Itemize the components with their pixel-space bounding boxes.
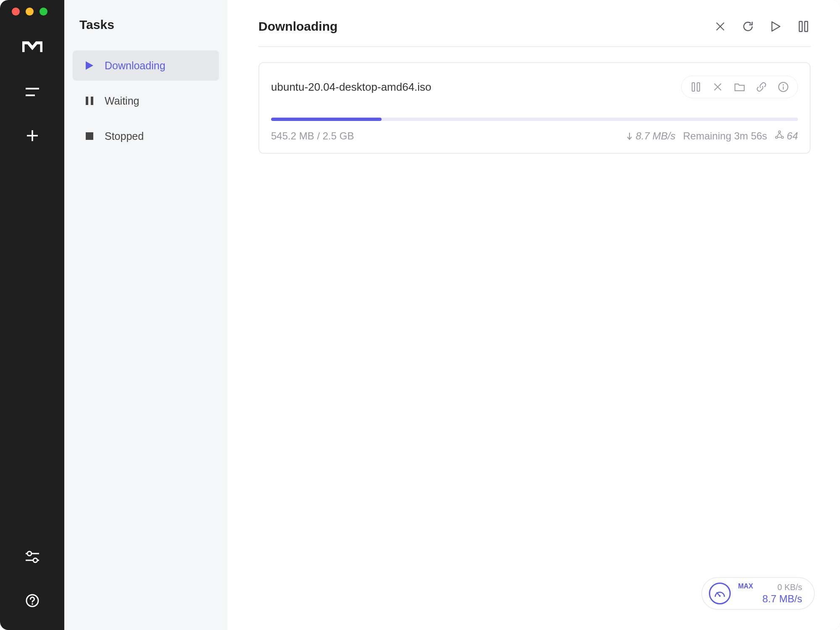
task-progress-bar <box>271 118 798 121</box>
close-icon <box>715 21 726 32</box>
svg-rect-18 <box>697 83 700 91</box>
speed-indicator[interactable]: MAX 0 KB/s 8.7 MB/s <box>701 577 815 610</box>
sidebar-item-label: Stopped <box>105 130 144 142</box>
pause-outline-icon <box>798 21 808 32</box>
svg-point-9 <box>32 603 33 605</box>
sidebar-item-waiting[interactable]: Waiting <box>73 86 219 116</box>
svg-line-29 <box>779 133 782 137</box>
help-icon <box>25 593 39 608</box>
sidebar-item-stopped[interactable]: Stopped <box>73 121 219 151</box>
folder-icon <box>734 82 745 92</box>
task-open-folder-button[interactable] <box>730 79 749 95</box>
speed-max-label: MAX <box>738 582 753 591</box>
sidebar: Tasks Downloading Waiting Stopped <box>64 0 227 630</box>
arrow-down-icon <box>626 132 633 140</box>
svg-point-5 <box>27 551 32 556</box>
rail-preferences-button[interactable] <box>22 547 42 567</box>
left-rail <box>0 0 64 630</box>
task-info-button[interactable] <box>774 79 793 95</box>
plus-icon <box>26 129 39 142</box>
main-header: Downloading <box>258 19 811 47</box>
resume-all-button[interactable] <box>769 19 783 34</box>
task-progress-text: 545.2 MB / 2.5 GB <box>271 130 354 142</box>
peers-icon <box>775 130 784 139</box>
info-icon <box>778 81 789 92</box>
svg-point-32 <box>719 595 721 597</box>
app-logo <box>21 35 44 58</box>
close-window-button[interactable] <box>12 8 20 16</box>
sidebar-item-label: Downloading <box>105 60 166 72</box>
rail-tasks-button[interactable] <box>22 82 42 102</box>
tasks-icon <box>25 86 40 98</box>
task-action-buttons <box>681 76 798 98</box>
page-title: Downloading <box>258 19 337 34</box>
task-filename: ubuntu-20.04-desktop-amd64.iso <box>271 81 432 94</box>
play-outline-icon <box>770 21 781 32</box>
rail-add-button[interactable] <box>22 126 42 146</box>
svg-point-25 <box>778 131 780 133</box>
link-icon <box>756 81 767 92</box>
task-remaining: Remaining 3m 56s <box>683 130 767 142</box>
task-copy-link-button[interactable] <box>752 79 771 95</box>
svg-rect-15 <box>799 21 802 32</box>
svg-rect-10 <box>86 97 88 105</box>
refresh-button[interactable] <box>741 19 755 34</box>
task-peers: 64 <box>775 130 798 142</box>
close-icon <box>713 82 722 92</box>
task-pause-button[interactable] <box>687 79 705 95</box>
gauge-icon <box>709 583 731 604</box>
fullscreen-window-button[interactable] <box>39 8 47 16</box>
svg-rect-17 <box>692 83 695 91</box>
task-stats-row: 545.2 MB / 2.5 GB 8.7 MB/s Remaining 3m … <box>271 130 798 142</box>
svg-line-28 <box>777 133 779 137</box>
speed-upload: 0 KB/s <box>777 582 802 593</box>
svg-rect-11 <box>91 97 93 105</box>
window-controls <box>0 8 47 16</box>
svg-point-7 <box>33 558 37 562</box>
task-card[interactable]: ubuntu-20.04-desktop-amd64.iso <box>258 62 811 154</box>
stop-icon <box>84 132 95 140</box>
speed-download: 8.7 MB/s <box>762 593 802 605</box>
pause-all-button[interactable] <box>796 19 811 34</box>
task-speed: 8.7 MB/s <box>626 130 675 142</box>
svg-rect-16 <box>805 21 808 32</box>
sidebar-item-label: Waiting <box>105 95 139 107</box>
delete-selected-button[interactable] <box>713 19 727 34</box>
svg-rect-12 <box>86 132 93 140</box>
main-panel: Downloading <box>227 0 840 630</box>
sliders-icon <box>25 551 40 563</box>
task-header-row: ubuntu-20.04-desktop-amd64.iso <box>271 76 798 98</box>
task-delete-button[interactable] <box>708 79 727 95</box>
svg-point-22 <box>783 84 784 86</box>
minimize-window-button[interactable] <box>26 8 34 16</box>
pause-icon <box>691 82 700 92</box>
refresh-icon <box>742 20 754 33</box>
rail-help-button[interactable] <box>22 591 42 611</box>
speed-text: MAX 0 KB/s 8.7 MB/s <box>738 582 802 605</box>
header-actions <box>713 19 811 34</box>
play-icon <box>84 60 95 71</box>
sidebar-title: Tasks <box>73 18 219 32</box>
pause-icon <box>84 96 95 105</box>
task-progress-fill <box>271 118 382 121</box>
sidebar-item-downloading[interactable]: Downloading <box>73 50 219 81</box>
motrix-logo-icon <box>22 40 42 53</box>
app-window: Tasks Downloading Waiting Stopped Downlo… <box>0 0 840 630</box>
